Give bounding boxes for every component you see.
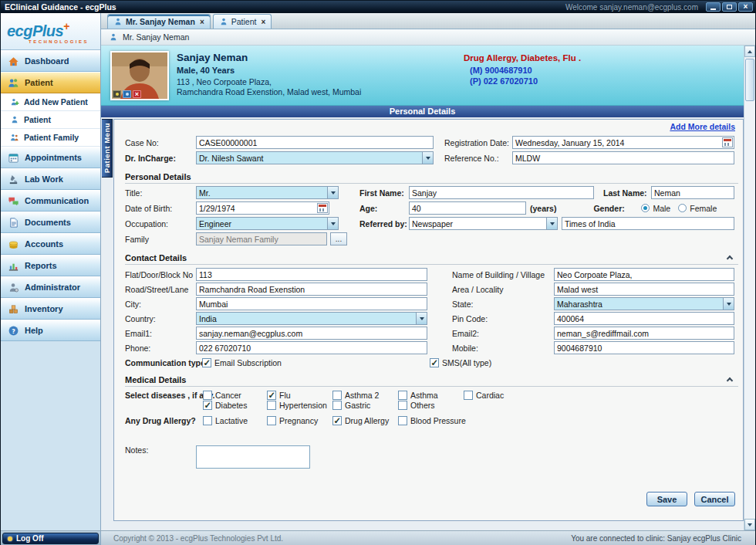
- scrollbar-thumb[interactable]: [745, 59, 754, 101]
- dob-input[interactable]: 1/29/1974: [196, 201, 329, 215]
- sidebar-item-help[interactable]: ? Help: [1, 320, 100, 341]
- case-no-input[interactable]: CASE00000001: [196, 136, 434, 149]
- chevron-down-icon[interactable]: [327, 187, 338, 198]
- patient-menu-tab[interactable]: Patient Menu: [102, 119, 113, 178]
- patient-demographics: Male, 40 Years: [177, 66, 361, 75]
- checkbox-gastric[interactable]: Gastric: [332, 401, 398, 410]
- scroll-up-icon[interactable]: [744, 46, 755, 57]
- checkbox-blood-pressure[interactable]: Blood Pressure: [398, 416, 466, 425]
- email1-input[interactable]: sanjay.neman@ecgplus.com: [196, 327, 427, 340]
- sidebar-item-add-new-patient[interactable]: Add New Patient: [1, 93, 100, 111]
- email2-input[interactable]: neman_s@rediffmail.com: [554, 327, 734, 340]
- reference-no-input[interactable]: MLDW: [512, 151, 734, 164]
- photo-upload-icon[interactable]: [123, 90, 131, 98]
- tab-mr-sanjay-neman[interactable]: Mr. Sanjay Neman ×: [107, 14, 211, 29]
- referral-source-input[interactable]: Times of India: [562, 217, 734, 230]
- sidebar-item-reports[interactable]: Reports: [1, 255, 100, 276]
- occupation-select[interactable]: Engineer: [196, 217, 339, 230]
- referred-by-select[interactable]: Newspaper: [409, 217, 558, 230]
- checkbox-hypertension[interactable]: Hypertension: [267, 401, 332, 410]
- close-button[interactable]: ×: [738, 2, 753, 12]
- checkbox-flu[interactable]: Flu: [267, 391, 332, 400]
- checkbox-icon: [332, 416, 342, 425]
- sidebar-item-appointments[interactable]: Appointments: [1, 147, 100, 168]
- email-subscription-checkbox[interactable]: Email Subscription: [202, 358, 282, 367]
- photo-capture-icon[interactable]: [113, 90, 121, 98]
- patient-photo[interactable]: [110, 51, 169, 100]
- family-input[interactable]: Sanjay Neman Family: [196, 232, 327, 245]
- phone-input[interactable]: 022 67020710: [196, 341, 427, 354]
- collapse-chevron-icon[interactable]: [727, 256, 733, 262]
- dr-incharge-select[interactable]: Dr. Nilesh Sawant: [196, 151, 434, 164]
- gender-female-radio[interactable]: Female: [678, 204, 717, 213]
- minimize-button[interactable]: [706, 2, 721, 12]
- sidebar-item-administrator[interactable]: Administrator: [1, 276, 100, 298]
- sidebar-item-lab-work[interactable]: Lab Work: [1, 168, 100, 190]
- road-input[interactable]: Ramchandra Road Exenstion: [196, 283, 427, 296]
- scroll-down-icon[interactable]: [744, 519, 755, 530]
- sidebar-item-patient-sub[interactable]: Patient: [1, 111, 100, 129]
- sidebar-item-patient[interactable]: Patient: [1, 72, 100, 93]
- last-name-input[interactable]: Neman: [651, 186, 734, 199]
- tab-close-icon[interactable]: ×: [200, 18, 204, 26]
- checkbox-lactative[interactable]: Lactative: [203, 416, 267, 425]
- chevron-down-icon[interactable]: [546, 218, 557, 229]
- checkbox-asthma2[interactable]: Asthma 2: [332, 391, 398, 400]
- chevron-down-icon[interactable]: [723, 298, 734, 310]
- sms-checkbox[interactable]: SMS(All type): [430, 358, 491, 367]
- age-input[interactable]: 40: [409, 201, 526, 215]
- save-button[interactable]: Save: [646, 492, 687, 506]
- notes-textarea[interactable]: [196, 445, 310, 469]
- state-select[interactable]: Maharashtra: [554, 297, 734, 310]
- chevron-down-icon[interactable]: [422, 152, 433, 164]
- checkbox-icon: [267, 391, 276, 400]
- first-name-input[interactable]: Sanjay: [409, 186, 594, 199]
- checkbox-asthma[interactable]: Asthma: [398, 391, 464, 400]
- vertical-scrollbar[interactable]: [744, 46, 755, 530]
- sidebar-item-accounts[interactable]: Accounts: [1, 233, 100, 255]
- sidebar-item-inventory[interactable]: Inventory: [1, 298, 100, 320]
- add-more-details-link[interactable]: Add More details: [670, 122, 735, 131]
- referred-by-value: Newspaper: [412, 219, 453, 228]
- calendar-icon[interactable]: [722, 137, 733, 147]
- patient-menu-label: Patient Menu: [103, 123, 111, 173]
- svg-text:?: ?: [12, 327, 15, 334]
- flat-no-input[interactable]: 113: [196, 268, 427, 281]
- log-off-button[interactable]: Log Off: [2, 533, 99, 544]
- sidebar-item-patient-family[interactable]: Patient Family: [1, 129, 100, 147]
- mobile-input[interactable]: 9004687910: [554, 341, 734, 354]
- area-input[interactable]: Malad west: [554, 283, 734, 296]
- building-input[interactable]: Neo Corpoate Plaza,: [554, 268, 734, 281]
- sidebar-item-dashboard[interactable]: Dashboard: [1, 50, 100, 72]
- phone-value: 022 67020710: [199, 344, 251, 353]
- checkbox-icon: [267, 416, 276, 425]
- collapse-chevron-icon[interactable]: [727, 377, 733, 384]
- maximize-button[interactable]: [722, 2, 737, 12]
- country-select[interactable]: India: [196, 312, 427, 325]
- gender-male-radio[interactable]: Male: [641, 204, 670, 213]
- checkbox-drug-allergy[interactable]: Drug Allergy: [332, 416, 398, 425]
- sidebar-item-documents[interactable]: Documents: [1, 212, 100, 233]
- city-input[interactable]: Mumbai: [196, 297, 427, 310]
- checkbox-cardiac[interactable]: Cardiac: [464, 391, 504, 400]
- checkbox-pregnancy[interactable]: Pregnancy: [267, 416, 332, 425]
- registration-date-input[interactable]: Wednesday, January 15, 2014: [512, 136, 734, 149]
- sidebar-item-communication[interactable]: Communication: [1, 190, 100, 212]
- pin-code-input[interactable]: 400064: [554, 312, 734, 325]
- title-select[interactable]: Mr.: [196, 186, 339, 199]
- personal-details-form: Add More details Case No: CASE00000001 R…: [113, 119, 744, 521]
- cancel-button[interactable]: Cancel: [694, 492, 735, 506]
- tab-close-icon[interactable]: ×: [261, 18, 265, 26]
- road-value: Ramchandra Road Exenstion: [199, 285, 305, 294]
- checkbox-cancer[interactable]: Cancer: [203, 391, 267, 400]
- family-browse-button[interactable]: ...: [330, 232, 347, 245]
- photo-delete-icon[interactable]: [133, 90, 141, 98]
- chevron-down-icon[interactable]: [416, 313, 427, 324]
- registration-date-value: Wednesday, January 15, 2014: [515, 138, 624, 147]
- chevron-down-icon[interactable]: [327, 218, 338, 229]
- calendar-icon[interactable]: [317, 203, 328, 213]
- checkbox-diabetes[interactable]: Diabetes: [203, 401, 267, 410]
- checkbox-others[interactable]: Others: [398, 401, 464, 410]
- tab-patient[interactable]: Patient ×: [213, 14, 272, 29]
- referral-source-value: Times of India: [565, 219, 616, 228]
